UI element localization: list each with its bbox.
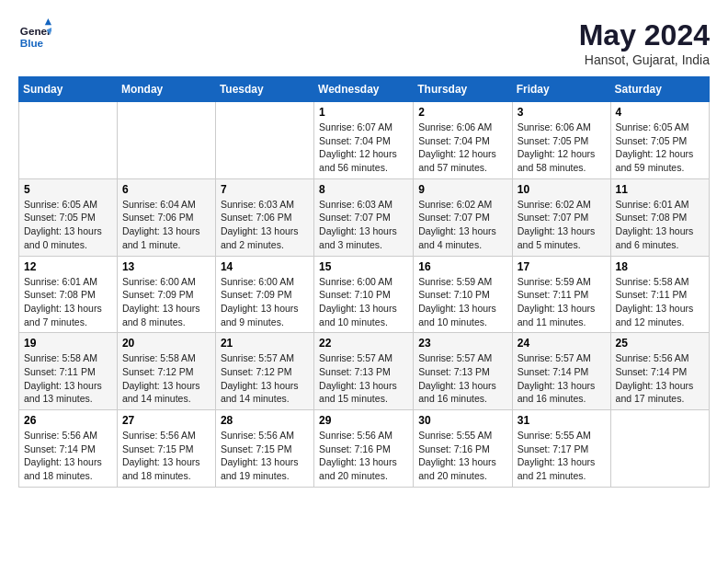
day-info: Sunrise: 5:58 AMSunset: 7:11 PMDaylight:… (24, 351, 112, 406)
weekday-header: Saturday (610, 77, 709, 102)
day-info: Sunrise: 5:59 AMSunset: 7:11 PMDaylight:… (518, 275, 606, 329)
calendar-cell: 30Sunrise: 5:55 AMSunset: 7:16 PMDayligh… (414, 410, 512, 488)
day-number: 2 (418, 106, 506, 119)
calendar-week-row: 12Sunrise: 6:01 AMSunset: 7:08 PMDayligh… (19, 256, 710, 333)
day-number: 16 (418, 260, 506, 273)
day-number: 18 (616, 260, 704, 273)
calendar-cell: 2Sunrise: 6:06 AMSunset: 7:04 PMDaylight… (414, 102, 512, 179)
calendar-cell: 17Sunrise: 5:59 AMSunset: 7:11 PMDayligh… (512, 256, 610, 333)
day-number: 13 (122, 260, 210, 273)
calendar-cell: 20Sunrise: 5:58 AMSunset: 7:12 PMDayligh… (117, 333, 215, 410)
calendar-cell (610, 410, 709, 488)
day-number: 6 (122, 183, 210, 196)
calendar-cell: 19Sunrise: 5:58 AMSunset: 7:11 PMDayligh… (19, 333, 118, 410)
day-info: Sunrise: 6:05 AMSunset: 7:05 PMDaylight:… (616, 121, 704, 175)
day-number: 31 (518, 414, 606, 427)
calendar-cell: 16Sunrise: 5:59 AMSunset: 7:10 PMDayligh… (414, 256, 512, 333)
weekday-header: Monday (117, 77, 215, 102)
location: Hansot, Gujarat, India (579, 52, 710, 67)
month-title: May 2024 (579, 18, 710, 52)
weekday-header: Thursday (414, 77, 512, 102)
day-info: Sunrise: 5:56 AMSunset: 7:14 PMDaylight:… (24, 429, 112, 483)
day-number: 21 (221, 337, 309, 350)
title-block: May 2024 Hansot, Gujarat, India (579, 18, 710, 67)
day-number: 12 (24, 260, 112, 273)
calendar-cell: 1Sunrise: 6:07 AMSunset: 7:04 PMDaylight… (314, 102, 414, 179)
day-number: 9 (418, 183, 506, 196)
day-number: 24 (518, 337, 606, 350)
day-number: 5 (24, 183, 112, 196)
day-info: Sunrise: 5:57 AMSunset: 7:13 PMDaylight:… (418, 351, 506, 406)
day-number: 30 (418, 414, 506, 427)
calendar-cell: 7Sunrise: 6:03 AMSunset: 7:06 PMDaylight… (215, 178, 313, 256)
calendar-cell: 25Sunrise: 5:56 AMSunset: 7:14 PMDayligh… (610, 333, 709, 410)
day-info: Sunrise: 6:01 AMSunset: 7:08 PMDaylight:… (616, 198, 704, 252)
calendar-cell (19, 102, 118, 179)
calendar-cell: 10Sunrise: 6:02 AMSunset: 7:07 PMDayligh… (512, 178, 610, 256)
day-number: 20 (122, 337, 210, 350)
day-number: 3 (518, 106, 606, 119)
calendar-week-row: 1Sunrise: 6:07 AMSunset: 7:04 PMDaylight… (19, 102, 710, 179)
day-number: 15 (319, 260, 408, 273)
calendar-cell: 28Sunrise: 5:56 AMSunset: 7:15 PMDayligh… (215, 410, 313, 488)
calendar-week-row: 5Sunrise: 6:05 AMSunset: 7:05 PMDaylight… (19, 178, 710, 256)
day-info: Sunrise: 6:02 AMSunset: 7:07 PMDaylight:… (518, 198, 606, 252)
calendar-cell: 13Sunrise: 6:00 AMSunset: 7:09 PMDayligh… (117, 256, 215, 333)
day-info: Sunrise: 5:55 AMSunset: 7:16 PMDaylight:… (418, 429, 506, 483)
calendar-cell: 31Sunrise: 5:55 AMSunset: 7:17 PMDayligh… (512, 410, 610, 488)
day-info: Sunrise: 5:59 AMSunset: 7:10 PMDaylight:… (418, 275, 506, 329)
svg-text:General: General (20, 25, 51, 37)
day-info: Sunrise: 6:00 AMSunset: 7:09 PMDaylight:… (221, 275, 309, 329)
day-number: 14 (221, 260, 309, 273)
day-number: 7 (221, 183, 309, 196)
day-number: 11 (616, 183, 704, 196)
calendar-cell: 15Sunrise: 6:00 AMSunset: 7:10 PMDayligh… (314, 256, 414, 333)
weekday-header: Sunday (19, 77, 118, 102)
calendar-cell: 8Sunrise: 6:03 AMSunset: 7:07 PMDaylight… (314, 178, 414, 256)
calendar-cell: 26Sunrise: 5:56 AMSunset: 7:14 PMDayligh… (19, 410, 118, 488)
calendar-cell: 11Sunrise: 6:01 AMSunset: 7:08 PMDayligh… (610, 178, 709, 256)
day-info: Sunrise: 6:02 AMSunset: 7:07 PMDaylight:… (418, 198, 506, 252)
calendar-cell: 14Sunrise: 6:00 AMSunset: 7:09 PMDayligh… (215, 256, 313, 333)
weekday-header: Tuesday (215, 77, 313, 102)
calendar-cell: 9Sunrise: 6:02 AMSunset: 7:07 PMDaylight… (414, 178, 512, 256)
day-number: 27 (122, 414, 210, 427)
calendar-cell: 27Sunrise: 5:56 AMSunset: 7:15 PMDayligh… (117, 410, 215, 488)
day-info: Sunrise: 6:06 AMSunset: 7:05 PMDaylight:… (518, 121, 606, 175)
day-number: 29 (319, 414, 408, 427)
calendar-cell: 3Sunrise: 6:06 AMSunset: 7:05 PMDaylight… (512, 102, 610, 179)
day-number: 1 (319, 106, 408, 119)
day-info: Sunrise: 5:58 AMSunset: 7:12 PMDaylight:… (122, 351, 210, 406)
day-number: 10 (518, 183, 606, 196)
calendar-cell: 6Sunrise: 6:04 AMSunset: 7:06 PMDaylight… (117, 178, 215, 256)
page-header: General Blue May 2024 Hansot, Gujarat, I… (18, 18, 710, 67)
day-info: Sunrise: 5:56 AMSunset: 7:15 PMDaylight:… (122, 429, 210, 483)
calendar-cell: 23Sunrise: 5:57 AMSunset: 7:13 PMDayligh… (414, 333, 512, 410)
day-info: Sunrise: 6:04 AMSunset: 7:06 PMDaylight:… (122, 198, 210, 252)
calendar-cell: 29Sunrise: 5:56 AMSunset: 7:16 PMDayligh… (314, 410, 414, 488)
day-number: 26 (24, 414, 112, 427)
day-info: Sunrise: 5:56 AMSunset: 7:14 PMDaylight:… (616, 351, 704, 406)
svg-text:Blue: Blue (20, 37, 44, 49)
calendar-cell: 21Sunrise: 5:57 AMSunset: 7:12 PMDayligh… (215, 333, 313, 410)
day-info: Sunrise: 6:00 AMSunset: 7:09 PMDaylight:… (122, 275, 210, 329)
day-info: Sunrise: 5:55 AMSunset: 7:17 PMDaylight:… (518, 429, 606, 483)
day-number: 23 (418, 337, 506, 350)
calendar-cell (117, 102, 215, 179)
day-number: 17 (518, 260, 606, 273)
calendar-cell (215, 102, 313, 179)
calendar-cell: 18Sunrise: 5:58 AMSunset: 7:11 PMDayligh… (610, 256, 709, 333)
logo: General Blue (18, 18, 51, 52)
weekday-header-row: SundayMondayTuesdayWednesdayThursdayFrid… (19, 77, 710, 102)
calendar-table: SundayMondayTuesdayWednesdayThursdayFrid… (18, 76, 710, 488)
day-info: Sunrise: 5:56 AMSunset: 7:16 PMDaylight:… (319, 429, 408, 483)
svg-marker-2 (45, 18, 51, 25)
calendar-week-row: 26Sunrise: 5:56 AMSunset: 7:14 PMDayligh… (19, 410, 710, 488)
day-number: 22 (319, 337, 408, 350)
day-info: Sunrise: 6:07 AMSunset: 7:04 PMDaylight:… (319, 121, 408, 175)
day-number: 4 (616, 106, 704, 119)
day-info: Sunrise: 6:06 AMSunset: 7:04 PMDaylight:… (418, 121, 506, 175)
day-number: 19 (24, 337, 112, 350)
weekday-header: Friday (512, 77, 610, 102)
day-info: Sunrise: 5:57 AMSunset: 7:13 PMDaylight:… (319, 351, 408, 406)
